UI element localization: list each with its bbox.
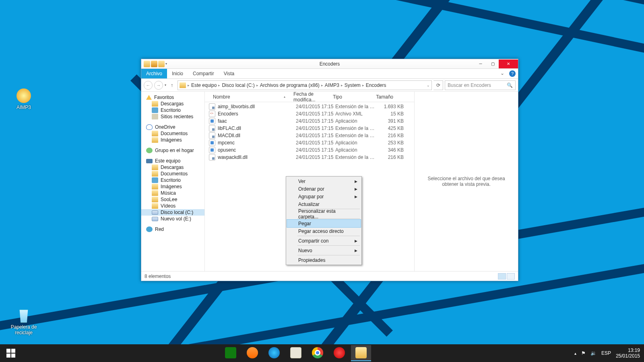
desktop-icon-recycle[interactable]: Papelera de reciclaje xyxy=(6,310,42,335)
tray-lang[interactable]: ESP xyxy=(601,350,611,356)
context-menu: Ver▶ Ordenar por▶ Agrupar por▶ Actualiza… xyxy=(286,176,362,265)
taskbar-app-chrome[interactable] xyxy=(308,345,328,361)
taskbar-app-explorer[interactable] xyxy=(351,345,371,361)
address-bar[interactable]: ▸ Este equipo▸ Disco local (C:)▸ Archivo… xyxy=(178,80,432,90)
title-bar[interactable]: ▾ Encoders ─ ▢ ✕ xyxy=(141,59,518,69)
ribbon-tab-file[interactable]: Archivo xyxy=(141,69,167,78)
menu-item-paste-shortcut[interactable]: Pegar acceso directo xyxy=(287,227,361,235)
ribbon-tab-view[interactable]: Vista xyxy=(219,69,239,78)
action-center-icon[interactable]: ⚑ xyxy=(581,350,586,356)
desktop-icon-label: Papelera de reciclaje xyxy=(6,324,42,335)
file-row[interactable]: faac24/01/2015 17:15Aplicación391 KB xyxy=(205,117,414,125)
nav-item[interactable]: Nuevo vol (E:) xyxy=(141,216,204,222)
quick-access-toolbar: ▾ xyxy=(141,61,169,67)
qat-dropdown-icon[interactable]: ▾ xyxy=(165,62,167,66)
nav-item[interactable]: Vídeos xyxy=(141,203,204,209)
view-thumbnails-button[interactable] xyxy=(507,273,515,280)
nav-item[interactable]: Música xyxy=(141,190,204,196)
nav-item[interactable]: Escritorio xyxy=(141,177,204,183)
nav-group-pc[interactable]: Este equipo xyxy=(141,158,204,164)
folder-icon xyxy=(144,61,150,67)
nav-item[interactable]: Disco local (C:) xyxy=(141,209,204,216)
file-row[interactable]: libFLAC.dll24/01/2015 17:15Extensión de … xyxy=(205,125,414,132)
system-tray[interactable]: ▴ ⚑ 🔉 ESP 13:19 25/01/2015 xyxy=(570,348,644,359)
nav-group-onedrive[interactable]: OneDrive xyxy=(141,124,204,130)
status-item-count: 8 elementos xyxy=(144,274,171,279)
qat-icon[interactable] xyxy=(158,61,165,67)
file-row[interactable]: mpcenc24/01/2015 17:15Aplicación253 KB xyxy=(205,139,414,146)
sort-asc-icon: ▴ xyxy=(284,95,285,99)
refresh-button[interactable]: ⟳ xyxy=(433,80,443,90)
nav-forward-button[interactable]: → xyxy=(154,81,163,90)
menu-item-view[interactable]: Ver▶ xyxy=(287,177,361,185)
taskbar-app-store[interactable] xyxy=(221,345,241,361)
taskbar-app-media[interactable] xyxy=(242,345,262,361)
nav-item[interactable]: Descargas xyxy=(141,164,204,171)
nav-group-homegroup[interactable]: Grupo en el hogar xyxy=(141,147,204,154)
search-icon: 🔍 xyxy=(507,82,513,88)
navigation-pane[interactable]: Favoritos Descargas Escritorio Sitios re… xyxy=(141,92,205,271)
nav-up-button[interactable]: ↑ xyxy=(168,82,176,88)
tray-overflow-icon[interactable]: ▴ xyxy=(574,351,576,356)
chevron-right-icon[interactable]: ▸ xyxy=(188,83,190,87)
ribbon-tab-share[interactable]: Compartir xyxy=(188,69,219,78)
search-input[interactable]: Buscar en Encoders 🔍 xyxy=(445,80,516,90)
maximize-button[interactable]: ▢ xyxy=(487,60,499,68)
file-row[interactable]: Encoders24/01/2015 17:15Archivo XML15 KB xyxy=(205,110,414,117)
file-row[interactable]: aimp_libvorbis.dll24/01/2015 17:15Extens… xyxy=(205,103,414,110)
address-dropdown-icon[interactable]: ⌄ xyxy=(427,83,430,87)
close-button[interactable]: ✕ xyxy=(499,60,518,68)
minimize-button[interactable]: ─ xyxy=(475,60,487,68)
menu-item-refresh[interactable]: Actualizar xyxy=(287,200,361,208)
breadcrumb-item[interactable]: Encoders xyxy=(366,82,386,88)
help-icon[interactable]: ? xyxy=(509,70,516,77)
nav-item[interactable]: Documentos xyxy=(141,171,204,177)
nav-item[interactable]: Imágenes xyxy=(141,183,204,190)
menu-item-group[interactable]: Agrupar por▶ xyxy=(287,193,361,200)
file-type-icon xyxy=(209,118,215,124)
menu-item-new[interactable]: Nuevo▶ xyxy=(287,247,361,254)
taskbar-app-ie[interactable] xyxy=(264,345,284,361)
menu-item-sort[interactable]: Ordenar por▶ xyxy=(287,185,361,193)
window-title: Encoders xyxy=(141,61,518,67)
taskbar-app-opera[interactable] xyxy=(329,345,349,361)
breadcrumb-item[interactable]: Archivos de programa (x86) xyxy=(260,82,320,88)
nav-item[interactable]: Documentos xyxy=(141,130,204,137)
nav-item[interactable]: Imágenes xyxy=(141,137,204,143)
volume-icon[interactable]: 🔉 xyxy=(590,350,597,356)
file-row[interactable]: wavpackdll.dll24/01/2015 17:15Extensión … xyxy=(205,154,414,161)
menu-item-share[interactable]: Compartir con▶ xyxy=(287,237,361,245)
nav-item[interactable]: Escritorio xyxy=(141,107,204,113)
tray-clock[interactable]: 13:19 25/01/2015 xyxy=(616,348,640,359)
menu-item-paste[interactable]: Pegar xyxy=(287,220,361,227)
file-type-icon xyxy=(209,103,215,110)
qat-icon[interactable] xyxy=(151,61,157,67)
breadcrumb-item[interactable]: AIMP3 xyxy=(325,82,339,88)
breadcrumb-item[interactable]: Disco local (C:) xyxy=(222,82,254,88)
breadcrumb-item[interactable]: System xyxy=(345,82,361,88)
view-details-button[interactable] xyxy=(498,273,506,280)
nav-history-dropdown[interactable]: ▾ xyxy=(165,83,166,87)
desktop-icon-aimp[interactable]: AIMP3 xyxy=(6,88,42,110)
tray-date: 25/01/2015 xyxy=(616,353,640,359)
nav-item[interactable]: Sitios recientes xyxy=(141,113,204,120)
ribbon-tab-home[interactable]: Inicio xyxy=(167,69,188,78)
nav-back-button[interactable]: ← xyxy=(144,81,153,90)
menu-item-customize[interactable]: Personalizar esta carpeta... xyxy=(287,210,361,218)
nav-item[interactable]: SooLee xyxy=(141,196,204,203)
start-button[interactable] xyxy=(0,344,22,362)
network-icon xyxy=(146,226,153,232)
nav-group-favorites[interactable]: Favoritos xyxy=(141,94,204,101)
taskbar-app-notes[interactable] xyxy=(286,345,306,361)
file-type-icon xyxy=(209,111,215,117)
taskbar[interactable]: ▴ ⚑ 🔉 ESP 13:19 25/01/2015 xyxy=(0,344,644,362)
menu-item-properties[interactable]: Propiedades xyxy=(287,256,361,264)
column-headers[interactable]: Nombre▴ Fecha de modifica... Tipo Tamaño xyxy=(205,92,414,102)
nav-group-network[interactable]: Red xyxy=(141,226,204,232)
ribbon-expand-icon[interactable]: ⌄ xyxy=(498,69,507,78)
file-row[interactable]: opusenc24/01/2015 17:15Aplicación346 KB xyxy=(205,146,414,154)
file-row[interactable]: MACDll.dll24/01/2015 17:15Extensión de l… xyxy=(205,132,414,139)
nav-item[interactable]: Descargas xyxy=(141,101,204,107)
breadcrumb-item[interactable]: Este equipo xyxy=(191,82,217,88)
desktop-icon-label: AIMP3 xyxy=(6,105,42,110)
